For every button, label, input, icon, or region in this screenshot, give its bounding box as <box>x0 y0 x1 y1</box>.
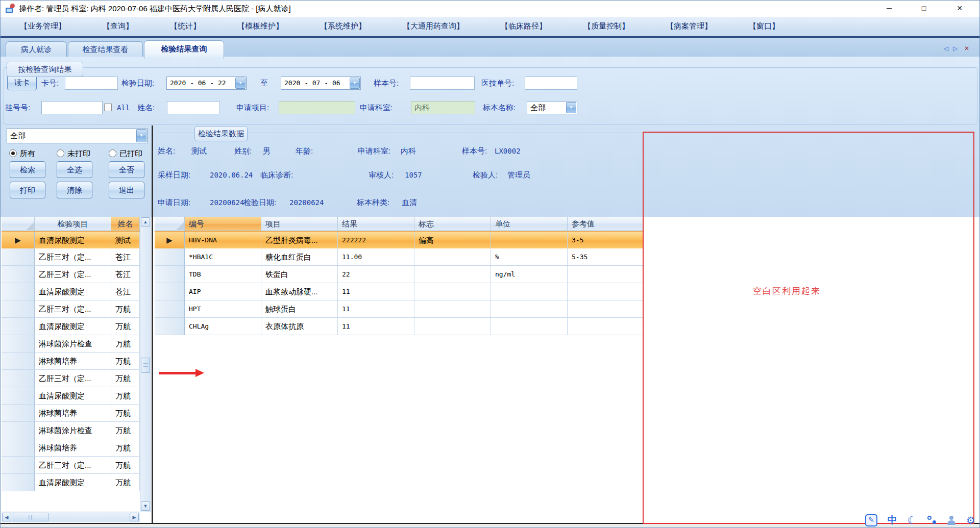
ime-moon-icon[interactable]: ☾ <box>907 514 917 526</box>
cell-item[interactable]: 乙肝三对（定... <box>35 300 111 318</box>
menu-clinical-path[interactable]: 【临床路径】 <box>501 21 547 31</box>
table-row[interactable]: 乙肝三对（定... 万航 <box>2 300 140 318</box>
exit-button[interactable]: 退出 <box>109 182 144 198</box>
cell-item[interactable]: 淋球菌培养 <box>35 405 111 422</box>
scroll-left-icon[interactable]: ◀ <box>2 513 11 521</box>
cell-ref[interactable]: 5-35 <box>568 248 644 266</box>
cell-item[interactable]: 触球蛋白 <box>261 300 338 318</box>
tab-lab-results[interactable]: 检验结果查询 <box>144 40 224 59</box>
cell-name[interactable]: 万航 <box>111 405 140 422</box>
scroll-up-icon[interactable]: ▲ <box>141 217 150 227</box>
cell-item[interactable]: 淋球菌涂片检查 <box>35 422 111 439</box>
select-none-button[interactable]: 全否 <box>109 161 144 178</box>
column-header-item[interactable]: 检验项目 <box>35 217 111 231</box>
minimize-button[interactable]: ─ <box>877 2 901 15</box>
cell-item[interactable]: 乙型肝炎病毒... <box>261 232 338 249</box>
card-no-input[interactable] <box>65 77 118 90</box>
cell-result[interactable]: 11.00 <box>338 248 414 266</box>
reg-no-input[interactable] <box>41 101 103 114</box>
menu-window[interactable]: 【窗口】 <box>749 21 779 31</box>
column-header-unit[interactable]: 单位 <box>491 217 568 231</box>
patient-name-input[interactable] <box>167 101 220 114</box>
table-row[interactable]: HPT 触球蛋白 11 <box>155 300 644 318</box>
cell-ref[interactable] <box>568 266 644 283</box>
cell-item[interactable]: 血清尿酸测定 <box>35 474 111 491</box>
print-button[interactable]: 打印 <box>10 182 45 198</box>
date-to-picker[interactable]: 2020 - 07 - 06 ▼ <box>281 77 361 90</box>
select-all-button[interactable]: 全选 <box>57 161 92 178</box>
cell-name[interactable]: 万航 <box>111 474 140 491</box>
cell-ref[interactable] <box>568 300 644 318</box>
cell-result[interactable]: 11 <box>338 300 414 318</box>
dropdown-arrow-icon[interactable]: ▼ <box>136 129 146 142</box>
select-all-corner[interactable] <box>2 217 35 231</box>
cell-item[interactable]: 糖化血红蛋白 <box>261 248 338 266</box>
table-row[interactable]: ▶ 血清尿酸测定 测试 <box>2 231 140 248</box>
cell-result[interactable]: 22 <box>338 266 414 283</box>
table-row[interactable]: 乙肝三对（定... 万航 <box>2 370 140 387</box>
tab-patient-visit[interactable]: 病人就诊 <box>6 41 67 57</box>
cell-unit[interactable]: ng/ml <box>491 266 568 283</box>
table-row[interactable]: 淋球菌培养 万航 <box>2 353 140 370</box>
menu-statistics[interactable]: 【统计】 <box>170 21 201 31</box>
cell-unit[interactable] <box>491 318 568 335</box>
table-row[interactable]: *HBA1C 糖化血红蛋白 11.00 % 5-35 <box>155 248 644 266</box>
cell-name[interactable]: 测试 <box>111 232 140 249</box>
all-checkbox[interactable] <box>104 104 112 111</box>
clear-button[interactable]: 清除 <box>57 182 92 198</box>
menu-query[interactable]: 【查询】 <box>103 21 133 31</box>
patient-list-hscrollbar[interactable]: ◀ ▶ <box>2 512 140 522</box>
tab-scroll-right-icon[interactable]: ▷ <box>953 45 958 52</box>
cell-item[interactable]: 乙肝三对（定... <box>35 248 111 266</box>
cell-item[interactable]: 血浆致动脉硬... <box>261 283 338 300</box>
table-row[interactable]: 乙肝三对（定... 苍江 <box>2 248 140 266</box>
cell-code[interactable]: TDB <box>185 266 261 283</box>
menu-quality[interactable]: 【质量控制】 <box>583 21 629 31</box>
cell-flag[interactable] <box>414 300 491 318</box>
ime-settings-gear-icon[interactable]: ⚙ <box>966 514 975 526</box>
ime-chinese-mode-icon[interactable]: 中 <box>888 514 897 527</box>
menu-drug-query[interactable]: 【大通用药查询】 <box>403 21 464 31</box>
specimen-name-select[interactable]: 全部 ▼ <box>527 101 577 114</box>
cell-item[interactable]: 乙肝三对（定... <box>35 370 111 387</box>
cell-item[interactable]: 淋球菌涂片检查 <box>35 335 111 353</box>
table-row[interactable]: 血清尿酸测定 苍江 <box>2 283 140 300</box>
cell-item[interactable]: 血清尿酸测定 <box>35 387 111 405</box>
select-all-corner[interactable] <box>155 217 185 231</box>
cell-name[interactable]: 万航 <box>111 387 140 405</box>
close-button[interactable]: ✕ <box>948 2 971 15</box>
cell-name[interactable]: 苍江 <box>111 248 140 266</box>
read-card-button[interactable]: 读卡 <box>7 75 37 90</box>
table-row[interactable]: AIP 血浆致动脉硬... 11 <box>155 283 644 300</box>
cell-unit[interactable]: % <box>491 248 568 266</box>
patient-list-vscrollbar[interactable]: ▲ ▼ <box>140 217 151 512</box>
cell-ref[interactable]: 3-5 <box>568 232 644 249</box>
ime-punctuation-icon[interactable] <box>927 515 937 525</box>
menu-business[interactable]: 【业务管理】 <box>20 21 66 31</box>
cell-code[interactable]: CHLAg <box>185 318 261 335</box>
table-row[interactable]: 血清尿酸测定 万航 <box>2 318 140 335</box>
cell-flag[interactable] <box>414 266 491 283</box>
cell-name[interactable]: 万航 <box>111 370 140 387</box>
column-header-ref[interactable]: 参考值 <box>568 217 644 231</box>
dropdown-arrow-icon[interactable]: ▼ <box>235 78 246 89</box>
table-row[interactable]: ▶ HBV-DNA 乙型肝炎病毒... 222222 偏高 3-5 <box>155 231 644 248</box>
cell-unit[interactable] <box>491 232 568 249</box>
column-header-name[interactable]: 姓名 <box>111 217 140 231</box>
cell-item[interactable]: 衣原体抗原 <box>261 318 338 335</box>
table-row[interactable]: TDB 铁蛋白 22 ng/ml <box>155 266 644 283</box>
cell-code[interactable]: HBV-DNA <box>185 232 261 249</box>
cell-unit[interactable] <box>491 283 568 300</box>
apply-item-input[interactable] <box>279 101 355 114</box>
table-row[interactable]: 淋球菌培养 万航 <box>2 439 140 457</box>
table-row[interactable]: 淋球菌涂片检查 万航 <box>2 422 140 439</box>
dropdown-arrow-icon[interactable]: ▼ <box>566 102 576 113</box>
cell-ref[interactable] <box>568 283 644 300</box>
cell-ref[interactable] <box>568 318 644 335</box>
cell-flag[interactable]: 偏高 <box>414 232 491 249</box>
cell-item[interactable]: 乙肝三对（定... <box>35 266 111 283</box>
menu-system[interactable]: 【系统维护】 <box>320 21 366 31</box>
cell-name[interactable]: 万航 <box>111 457 140 474</box>
cell-flag[interactable] <box>414 248 491 266</box>
table-row[interactable]: CHLAg 衣原体抗原 11 <box>155 318 644 335</box>
